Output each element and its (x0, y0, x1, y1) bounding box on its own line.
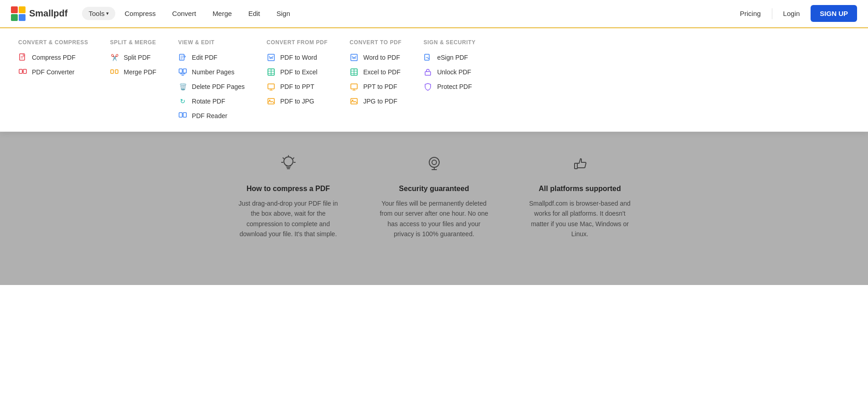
esign-pdf-label: eSign PDF (437, 54, 468, 61)
svg-rect-16 (268, 84, 274, 89)
bulb-icon (278, 153, 298, 177)
feature-compress: How to compress a PDF Just drag-and-drop… (234, 153, 343, 239)
menu-column-convert-to-pdf: Convert to PDF Word to PDF Excel to PDF … (349, 39, 401, 120)
menu-item-ppt-to-pdf[interactable]: PPT to PDF (349, 82, 401, 91)
compress-pdf-label: Compress PDF (32, 54, 76, 61)
menu-item-pdf-converter[interactable]: PDF Converter (18, 67, 88, 77)
tools-nav-item[interactable]: Tools ▾ (82, 7, 115, 20)
unlock-pdf-label: Unlock PDF (437, 68, 471, 76)
svg-rect-7 (111, 70, 113, 73)
menu-items-view-edit: Edit PDF Number Pages 🗑️ Delete PDF Page… (178, 53, 245, 120)
pdf-converter-label: PDF Converter (32, 68, 74, 76)
menu-item-jpg-to-pdf[interactable]: JPG to PDF (349, 97, 401, 106)
protect-pdf-icon (423, 82, 432, 91)
menu-item-number-pages[interactable]: Number Pages (178, 67, 245, 77)
svg-rect-0 (11, 6, 18, 13)
pdf-to-jpg-label: PDF to JPG (280, 98, 314, 105)
menu-item-pdf-to-excel[interactable]: PDF to Excel (267, 67, 328, 77)
menu-item-unlock-pdf[interactable]: Unlock PDF (423, 67, 475, 77)
svg-rect-22 (351, 98, 357, 104)
svg-rect-13 (183, 113, 186, 117)
pdf-to-word-label: PDF to Word (280, 54, 317, 61)
menu-column-convert-compress: Convert & Compress Compress PDF PDF Conv… (18, 39, 88, 120)
menu-item-esign-pdf[interactable]: eSign PDF (423, 53, 475, 62)
esign-pdf-icon (423, 53, 432, 62)
menu-item-split-pdf[interactable]: ✂️ Split PDF (110, 53, 156, 62)
excel-to-pdf-label: Excel to PDF (363, 68, 401, 76)
menu-item-pdf-to-word[interactable]: PDF to Word (267, 53, 328, 62)
ppt-to-pdf-icon (349, 82, 359, 91)
edit-pdf-icon (178, 53, 187, 62)
signup-button[interactable]: SIGN UP (811, 5, 857, 22)
menu-item-pdf-to-ppt[interactable]: PDF to PPT (267, 82, 328, 91)
split-pdf-icon: ✂️ (110, 53, 119, 62)
menu-item-delete-pdf-pages[interactable]: 🗑️ Delete PDF Pages (178, 82, 245, 91)
convert-nav-item[interactable]: Convert (165, 6, 204, 21)
pdf-to-ppt-icon (267, 82, 276, 91)
menu-item-word-to-pdf[interactable]: Word to PDF (349, 53, 401, 62)
menu-col-title-split-merge: Split & Merge (110, 39, 156, 46)
menu-item-rotate-pdf[interactable]: ↻ Rotate PDF (178, 97, 245, 106)
menu-col-title-convert-from: Convert from PDF (267, 39, 328, 46)
main-nav: Tools ▾ Compress Convert Merge Edit Sign (82, 6, 297, 21)
menu-item-merge-pdf[interactable]: Merge PDF (110, 67, 156, 77)
pdf-reader-icon (178, 111, 187, 120)
menu-col-title-convert-to: Convert to PDF (349, 39, 401, 46)
svg-point-29 (432, 160, 437, 165)
menu-item-edit-pdf[interactable]: Edit PDF (178, 53, 245, 62)
merge-pdf-label: Merge PDF (123, 68, 156, 76)
svg-point-28 (429, 157, 439, 167)
logo-text: Smallpdf (29, 8, 67, 19)
smallpdf-logo-icon (11, 6, 26, 21)
pdf-reader-label: PDF Reader (192, 112, 227, 119)
svg-rect-30 (575, 163, 577, 169)
feature-platforms: All platforms supported Smallpdf.com is … (525, 153, 635, 239)
svg-rect-10 (179, 69, 182, 73)
menu-column-convert-from-pdf: Convert from PDF PDF to Word PDF to Exce… (267, 39, 328, 120)
menu-col-title-sign-security: Sign & Security (423, 39, 475, 46)
feature-compress-desc: Just drag-and-drop your PDF file in the … (234, 198, 343, 239)
svg-rect-25 (425, 72, 431, 75)
menu-item-protect-pdf[interactable]: Protect PDF (423, 82, 475, 91)
login-button[interactable]: Login (776, 6, 807, 21)
dropdown-menu: Convert & Compress Compress PDF PDF Conv… (0, 27, 868, 132)
pricing-link[interactable]: Pricing (733, 6, 768, 21)
pdf-to-excel-icon (267, 67, 276, 77)
svg-rect-5 (19, 69, 22, 73)
merge-nav-item[interactable]: Merge (205, 6, 239, 21)
edit-nav-item[interactable]: Edit (241, 6, 267, 21)
menu-item-compress-pdf[interactable]: Compress PDF (18, 53, 88, 62)
feature-platforms-title: All platforms supported (539, 185, 621, 193)
svg-rect-1 (19, 6, 26, 13)
tools-chevron-icon: ▾ (106, 10, 109, 16)
svg-rect-17 (268, 98, 274, 104)
menu-item-excel-to-pdf[interactable]: Excel to PDF (349, 67, 401, 77)
menu-item-pdf-to-jpg[interactable]: PDF to JPG (267, 97, 328, 106)
menu-items-convert-to: Word to PDF Excel to PDF PPT to PDF JPG … (349, 53, 401, 106)
pdf-to-excel-label: PDF to Excel (280, 68, 318, 76)
feature-security: Security guaranteed Your files will be p… (380, 153, 489, 239)
svg-rect-6 (23, 69, 26, 73)
svg-rect-2 (11, 14, 18, 21)
svg-rect-11 (183, 69, 186, 73)
logo[interactable]: Smallpdf (11, 6, 67, 21)
pdf-to-ppt-label: PDF to PPT (280, 83, 314, 90)
ppt-to-pdf-label: PPT to PDF (363, 83, 397, 90)
word-to-pdf-icon (349, 53, 359, 62)
header-right: Pricing Login SIGN UP (733, 5, 857, 22)
split-pdf-label: Split PDF (123, 54, 150, 61)
sign-nav-item[interactable]: Sign (269, 6, 298, 21)
svg-rect-4 (20, 54, 25, 60)
pdf-converter-icon (18, 67, 27, 77)
number-pages-label: Number Pages (192, 68, 234, 76)
menu-col-title-convert-compress: Convert & Compress (18, 39, 88, 46)
menu-item-pdf-reader[interactable]: PDF Reader (178, 111, 245, 120)
menu-column-split-merge: Split & Merge ✂️ Split PDF Merge PDF (110, 39, 156, 120)
feature-security-desc: Your files will be permanently deleted f… (380, 198, 489, 239)
svg-rect-12 (179, 113, 182, 117)
svg-point-27 (284, 157, 293, 166)
security-icon (424, 153, 444, 177)
thumbsup-icon (570, 153, 590, 177)
menu-items-split-merge: ✂️ Split PDF Merge PDF (110, 53, 156, 77)
compress-nav-item[interactable]: Compress (117, 6, 163, 21)
